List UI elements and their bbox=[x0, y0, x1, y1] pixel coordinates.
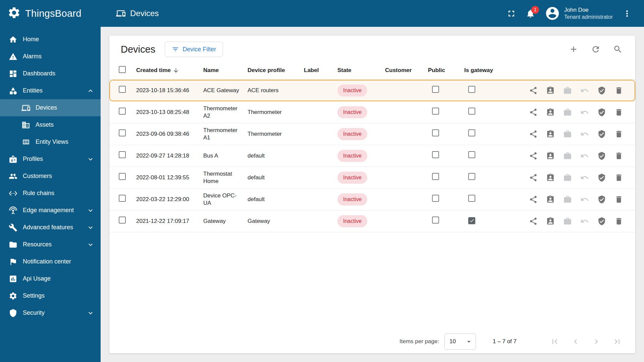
manage-owner-icon[interactable] bbox=[563, 86, 572, 95]
delete-icon[interactable] bbox=[614, 86, 623, 95]
unassign-from-customer-icon[interactable] bbox=[580, 130, 589, 138]
unassign-from-customer-icon[interactable] bbox=[580, 195, 589, 204]
public-checkbox[interactable] bbox=[432, 108, 439, 115]
column-customer[interactable]: Customer bbox=[385, 67, 428, 74]
is-gateway-checkbox[interactable] bbox=[468, 217, 475, 224]
is-gateway-checkbox[interactable] bbox=[468, 151, 475, 158]
share-icon[interactable] bbox=[529, 217, 538, 226]
column-label[interactable]: Label bbox=[304, 67, 337, 74]
user-menu[interactable]: John Doe Tenant administrator bbox=[545, 6, 613, 21]
public-checkbox[interactable] bbox=[432, 129, 439, 136]
add-device-icon[interactable] bbox=[569, 45, 578, 54]
column-name[interactable]: Name bbox=[203, 67, 248, 74]
share-icon[interactable] bbox=[529, 195, 538, 204]
first-page-button[interactable] bbox=[550, 337, 559, 346]
manage-owner-icon[interactable] bbox=[563, 108, 572, 117]
public-checkbox[interactable] bbox=[432, 217, 439, 224]
sidebar-item-dashboards[interactable]: Dashboards bbox=[0, 65, 101, 82]
assign-to-customer-icon[interactable] bbox=[546, 108, 555, 117]
manage-credentials-icon[interactable] bbox=[597, 217, 606, 226]
manage-credentials-icon[interactable] bbox=[597, 152, 606, 160]
column-is-gateway[interactable]: Is gateway bbox=[464, 67, 507, 74]
manage-credentials-icon[interactable] bbox=[597, 173, 606, 182]
column-state[interactable]: State bbox=[337, 67, 385, 74]
refresh-icon[interactable] bbox=[591, 45, 600, 54]
row-select-checkbox[interactable] bbox=[119, 217, 126, 224]
delete-icon[interactable] bbox=[614, 152, 623, 160]
manage-owner-icon[interactable] bbox=[563, 195, 572, 204]
unassign-from-customer-icon[interactable] bbox=[580, 217, 589, 226]
manage-owner-icon[interactable] bbox=[563, 217, 572, 226]
manage-owner-icon[interactable] bbox=[563, 173, 572, 182]
sidebar-item-settings[interactable]: Settings bbox=[0, 287, 101, 304]
sidebar-item-alarms[interactable]: Alarms bbox=[0, 48, 101, 65]
sidebar-item-customers[interactable]: Customers bbox=[0, 168, 101, 185]
manage-owner-icon[interactable] bbox=[563, 130, 572, 138]
column-public[interactable]: Public bbox=[428, 67, 464, 74]
sidebar-item-entity-views[interactable]: Entity Views bbox=[0, 133, 101, 150]
device-row-device-opc-ua[interactable]: 2022-03-22 12:29:00Device OPC-UAdefaultI… bbox=[109, 189, 635, 210]
row-select-checkbox[interactable] bbox=[119, 86, 126, 93]
unassign-from-customer-icon[interactable] bbox=[580, 173, 589, 182]
sidebar-item-api-usage[interactable]: Api Usage bbox=[0, 270, 101, 287]
row-select-checkbox[interactable] bbox=[119, 173, 126, 180]
sidebar-item-advanced-features[interactable]: Advanced features bbox=[0, 219, 101, 236]
device-row-thermometer-a1[interactable]: 2023-09-06 09:38:46Thermometer A1Thermom… bbox=[109, 123, 635, 145]
assign-to-customer-icon[interactable] bbox=[546, 217, 555, 226]
manage-credentials-icon[interactable] bbox=[597, 195, 606, 204]
device-filter-button[interactable]: Device Filter bbox=[165, 42, 223, 57]
public-checkbox[interactable] bbox=[432, 151, 439, 158]
sidebar-item-security[interactable]: Security bbox=[0, 304, 101, 321]
delete-icon[interactable] bbox=[614, 108, 623, 117]
sidebar-item-resources[interactable]: Resources bbox=[0, 236, 101, 253]
delete-icon[interactable] bbox=[614, 195, 623, 204]
notifications-bell-icon[interactable]: 1 bbox=[526, 9, 535, 18]
share-icon[interactable] bbox=[529, 108, 538, 117]
device-row-ace-gateway[interactable]: 2023-10-18 15:36:46ACE GatewayACE router… bbox=[109, 80, 635, 102]
is-gateway-checkbox[interactable] bbox=[468, 108, 475, 115]
is-gateway-checkbox[interactable] bbox=[468, 195, 475, 202]
unassign-from-customer-icon[interactable] bbox=[580, 108, 589, 117]
next-page-button[interactable] bbox=[592, 337, 601, 346]
sidebar-item-edge-management[interactable]: Edge management bbox=[0, 202, 101, 219]
row-select-checkbox[interactable] bbox=[119, 129, 126, 136]
device-row-thermostat-home[interactable]: 2022-08-01 12:39:55Thermostat Homedefaul… bbox=[109, 167, 635, 189]
manage-credentials-icon[interactable] bbox=[597, 130, 606, 138]
manage-credentials-icon[interactable] bbox=[597, 108, 606, 117]
assign-to-customer-icon[interactable] bbox=[546, 195, 555, 204]
is-gateway-checkbox[interactable] bbox=[468, 129, 475, 136]
unassign-from-customer-icon[interactable] bbox=[580, 152, 589, 160]
sidebar-item-notification-center[interactable]: Notification center bbox=[0, 253, 101, 270]
share-icon[interactable] bbox=[529, 152, 538, 160]
sidebar-item-home[interactable]: Home bbox=[0, 31, 101, 48]
row-select-checkbox[interactable] bbox=[119, 195, 126, 202]
public-checkbox[interactable] bbox=[432, 195, 439, 202]
sidebar-item-devices[interactable]: Devices bbox=[0, 99, 101, 116]
brand[interactable]: ThingsBoard bbox=[0, 0, 101, 27]
is-gateway-checkbox[interactable] bbox=[468, 173, 475, 180]
more-menu-icon[interactable] bbox=[622, 9, 632, 18]
sidebar-item-entities[interactable]: Entities bbox=[0, 82, 101, 99]
column-created-time[interactable]: Created time bbox=[136, 67, 203, 74]
fullscreen-icon[interactable] bbox=[506, 9, 516, 18]
row-select-checkbox[interactable] bbox=[119, 151, 126, 158]
select-all-checkbox[interactable] bbox=[119, 66, 126, 73]
items-per-page-select[interactable]: 10 bbox=[444, 334, 476, 350]
share-icon[interactable] bbox=[529, 173, 538, 182]
column-device-profile[interactable]: Device profile bbox=[248, 67, 304, 74]
search-icon[interactable] bbox=[613, 45, 623, 54]
sidebar-item-assets[interactable]: Assets bbox=[0, 116, 101, 133]
device-row-gateway[interactable]: 2021-12-22 17:09:17GatewayGatewayInactiv… bbox=[109, 210, 635, 232]
delete-icon[interactable] bbox=[614, 130, 623, 138]
sidebar-item-profiles[interactable]: Profiles bbox=[0, 150, 101, 168]
assign-to-customer-icon[interactable] bbox=[546, 152, 555, 160]
assign-to-customer-icon[interactable] bbox=[546, 86, 555, 95]
public-checkbox[interactable] bbox=[432, 173, 439, 180]
assign-to-customer-icon[interactable] bbox=[546, 173, 555, 182]
sidebar-item-rule-chains[interactable]: Rule chains bbox=[0, 185, 101, 202]
device-row-thermometer-a2[interactable]: 2023-10-13 08:25:48Thermometer A2Thermom… bbox=[109, 102, 635, 123]
is-gateway-checkbox[interactable] bbox=[468, 86, 475, 93]
previous-page-button[interactable] bbox=[571, 337, 580, 346]
delete-icon[interactable] bbox=[614, 173, 623, 182]
public-checkbox[interactable] bbox=[432, 86, 439, 93]
